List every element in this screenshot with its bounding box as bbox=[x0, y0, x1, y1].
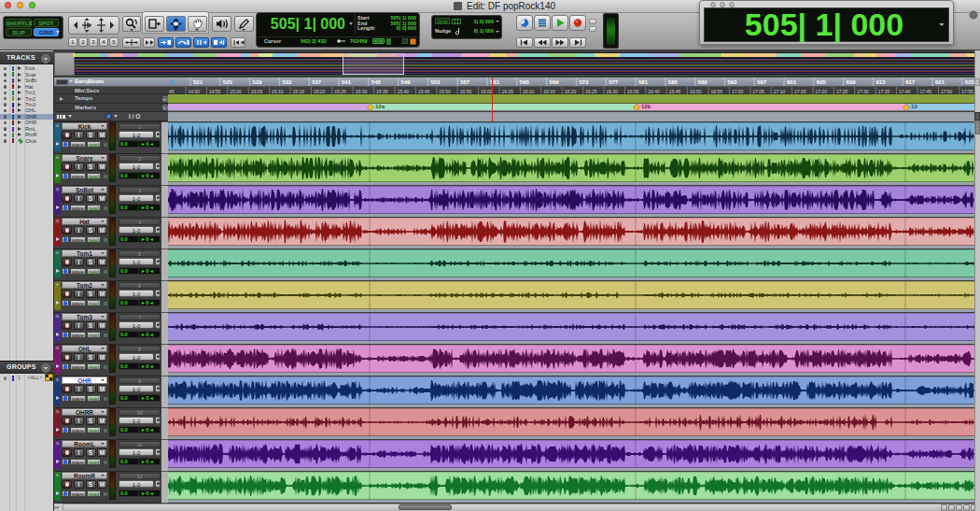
svg-text:16:55: 16:55 bbox=[711, 88, 723, 93]
svg-text:16:20: 16:20 bbox=[565, 88, 577, 93]
svg-text:545: 545 bbox=[371, 79, 382, 85]
svg-text:15:05: 15:05 bbox=[251, 88, 263, 93]
svg-text:15:45: 15:45 bbox=[418, 88, 430, 93]
svg-text:17:05: 17:05 bbox=[752, 88, 764, 93]
svg-text:15:35: 15:35 bbox=[376, 88, 388, 93]
svg-text:525: 525 bbox=[223, 79, 233, 85]
svg-text:15:25: 15:25 bbox=[334, 88, 346, 93]
svg-text:521: 521 bbox=[193, 79, 203, 85]
svg-text:17:50: 17:50 bbox=[941, 88, 953, 93]
svg-text:14:50: 14:50 bbox=[189, 88, 201, 93]
svg-text:16:50: 16:50 bbox=[690, 88, 702, 93]
svg-text:16:45: 16:45 bbox=[669, 88, 681, 93]
svg-text:533: 533 bbox=[282, 79, 292, 85]
svg-text:15:15: 15:15 bbox=[293, 88, 305, 93]
svg-text:15:30: 15:30 bbox=[356, 88, 368, 93]
svg-text:16:30: 16:30 bbox=[607, 88, 619, 93]
svg-text:16:25: 16:25 bbox=[585, 88, 597, 93]
svg-text:17:25: 17:25 bbox=[836, 88, 848, 93]
svg-text:15:55: 15:55 bbox=[460, 88, 472, 93]
svg-text:593: 593 bbox=[727, 79, 737, 85]
svg-text:16:10: 16:10 bbox=[523, 88, 535, 93]
svg-text:553: 553 bbox=[430, 79, 441, 85]
svg-text:573: 573 bbox=[579, 79, 589, 85]
svg-text:16:00: 16:00 bbox=[481, 88, 493, 93]
svg-text:17:35: 17:35 bbox=[878, 88, 890, 93]
svg-text:16:40: 16:40 bbox=[648, 88, 660, 93]
svg-text:581: 581 bbox=[638, 79, 649, 85]
svg-text:549: 549 bbox=[401, 79, 412, 85]
svg-text:17:55: 17:55 bbox=[961, 88, 973, 93]
svg-text:557: 557 bbox=[460, 79, 470, 85]
svg-text:609: 609 bbox=[847, 79, 857, 85]
svg-text:529: 529 bbox=[253, 79, 263, 85]
svg-text:16:35: 16:35 bbox=[627, 88, 639, 93]
svg-text:537: 537 bbox=[312, 79, 322, 85]
svg-text:14:55: 14:55 bbox=[209, 88, 221, 93]
svg-text:605: 605 bbox=[817, 79, 827, 85]
svg-text:17:10: 17:10 bbox=[774, 88, 786, 93]
svg-text:16:05: 16:05 bbox=[502, 88, 514, 93]
svg-text:15:40: 15:40 bbox=[398, 88, 410, 93]
svg-text:17:30: 17:30 bbox=[857, 88, 869, 93]
svg-text:15:50: 15:50 bbox=[439, 88, 451, 93]
svg-text:17:15: 17:15 bbox=[794, 88, 806, 93]
svg-text:16:15: 16:15 bbox=[543, 88, 555, 93]
svg-text:17:00: 17:00 bbox=[732, 88, 744, 93]
svg-text:621: 621 bbox=[935, 79, 945, 85]
svg-text:565: 565 bbox=[520, 79, 530, 85]
svg-text:597: 597 bbox=[757, 79, 767, 85]
svg-text:45: 45 bbox=[169, 88, 175, 93]
svg-text:569: 569 bbox=[550, 79, 560, 85]
svg-text:541: 541 bbox=[342, 79, 352, 85]
svg-text:15:00: 15:00 bbox=[230, 88, 242, 93]
svg-text:613: 613 bbox=[875, 79, 886, 85]
svg-text:577: 577 bbox=[609, 79, 619, 85]
svg-text:17:45: 17:45 bbox=[920, 88, 932, 93]
svg-text:601: 601 bbox=[787, 79, 797, 85]
svg-text:17:40: 17:40 bbox=[899, 88, 911, 93]
svg-text:17:20: 17:20 bbox=[816, 88, 828, 93]
svg-text:585: 585 bbox=[668, 79, 679, 85]
svg-text:15:10: 15:10 bbox=[272, 88, 284, 93]
svg-text:15:20: 15:20 bbox=[314, 88, 326, 93]
svg-text:589: 589 bbox=[698, 79, 708, 85]
svg-text:617: 617 bbox=[905, 79, 916, 85]
svg-text:625: 625 bbox=[965, 79, 975, 85]
